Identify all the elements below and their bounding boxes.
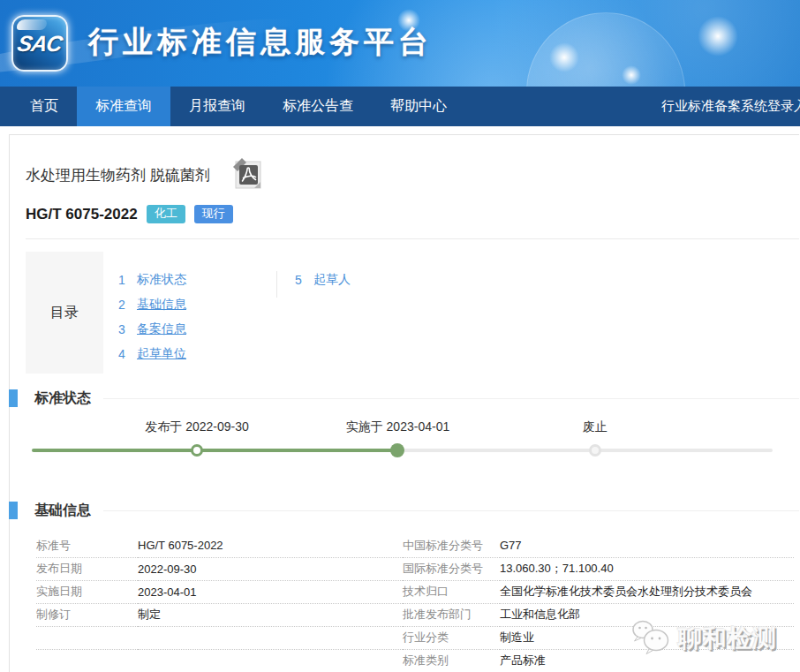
main-nav: 首页 标准查询 月报查询 标准公告查 帮助中心 行业标准备案系统登录入 [0,87,800,126]
nav-item-announcement[interactable]: 标准公告查 [264,87,372,126]
info-label [36,649,138,672]
status-badge: 现行 [194,205,233,223]
standard-code: HG/T 6075-2022 [26,206,138,223]
table-row: 制修订 制定 批准发布部门 工业和信息化部 [36,603,794,626]
sac-logo[interactable]: SAC [11,15,68,72]
info-label: 国际标准分类号 [403,557,500,580]
section-rule [103,398,799,399]
site-title: 行业标准信息服务平台 [88,22,433,63]
table-row: 发布日期 2022-09-30 国际标准分类号 13.060.30；71.100… [36,557,794,580]
info-value: 2023-04-01 [138,580,403,603]
timeline-future-track [397,449,773,452]
nav-item-help-center[interactable]: 帮助中心 [372,87,465,126]
toc-divider [276,271,277,298]
info-label: 实施日期 [36,580,138,603]
info-label: 制修订 [36,603,138,626]
pdf-icon[interactable] [231,158,265,192]
info-value: 全国化学标准化技术委员会水处理剂分技术委员会 [500,580,794,603]
industry-badge: 化工 [147,205,185,223]
info-value: 2022-09-30 [138,557,403,580]
timeline-completed-track [32,449,397,452]
info-label: 行业分类 [403,626,500,649]
content-panel: 水处理用生物药剂 脱硫菌剂 HG/T 6075-2022 化工 现行 目录 [9,134,799,672]
site-header: SAC 行业标准信息服务平台 [0,0,800,87]
timeline-dot-implemented [390,443,404,457]
info-value: 产品标准 [500,649,794,672]
info-value: 制造业 [500,626,794,649]
table-row: 行业分类 制造业 [36,626,794,649]
info-value: 13.060.30；71.100.40 [500,557,794,580]
info-label: 技术归口 [403,580,500,603]
timeline-dot-published [191,444,203,457]
nav-item-home[interactable]: 首页 [11,87,77,126]
sparkle-icon [549,42,579,72]
section-rule [103,510,799,511]
divider [26,238,799,239]
sparkle-icon [698,16,738,57]
section-header-status: 标准状态 [10,389,799,408]
toc-title: 目录 [26,252,103,374]
toc-item-filing-info[interactable]: 3 备案信息 [118,317,276,342]
section-header-basic-info: 基础信息 [10,501,799,520]
status-timeline: 发布于 2022-09-30 实施于 2023-04-01 废止 [32,408,773,486]
nav-item-monthly-report[interactable]: 月报查询 [170,87,264,126]
toc-column-1: 1 标准状态 2 基础信息 3 备案信息 4 起草单位 [118,268,276,374]
toc-item-drafters[interactable]: 5 起草人 [295,268,419,292]
timeline-dot-abolished [589,444,601,457]
info-label: 中国标准分类号 [403,534,500,557]
table-of-contents: 目录 1 标准状态 2 基础信息 3 备案信息 4 起草单位 [26,252,783,374]
info-value: G77 [500,534,794,557]
info-label: 发布日期 [36,557,138,580]
toc-item-basic-info[interactable]: 2 基础信息 [118,292,276,317]
toc-column-2: 5 起草人 [295,268,419,374]
info-value: 工业和信息化部 [500,603,794,626]
toc-item-status[interactable]: 1 标准状态 [118,268,276,292]
timeline-label-abolished: 废止 [583,419,608,435]
info-label [36,626,138,649]
info-value [138,626,403,649]
filing-system-login-link[interactable]: 行业标准备案系统登录入 [661,87,800,126]
table-row: 实施日期 2023-04-01 技术归口 全国化学标准化技术委员会水处理剂分技术… [36,580,794,603]
section-bar [9,389,18,407]
toc-item-drafting-org[interactable]: 4 起草单位 [118,342,276,366]
info-value: HG/T 6075-2022 [138,534,403,557]
document-header: 水处理用生物药剂 脱硫菌剂 HG/T 6075-2022 化工 现行 [10,135,799,223]
info-label: 标准号 [36,534,138,557]
section-title-basic-info: 基础信息 [34,502,91,520]
section-bar [9,502,18,519]
info-value: 制定 [138,603,403,626]
sparkle-icon [622,65,641,85]
timeline-label-implemented: 实施于 2023-04-01 [346,419,450,435]
info-label: 标准类别 [403,649,500,672]
timeline-label-published: 发布于 2022-09-30 [145,419,249,435]
standard-title: 水处理用生物药剂 脱硫菌剂 [26,165,210,185]
table-row: 标准号 HG/T 6075-2022 中国标准分类号 G77 [36,534,794,557]
section-title-status: 标准状态 [34,389,91,408]
info-label: 批准发布部门 [403,603,500,626]
sac-logo-text: SAC [16,31,64,57]
nav-item-standard-search[interactable]: 标准查询 [77,87,170,126]
table-row: 标准类别 产品标准 [36,649,794,672]
basic-info-table: 标准号 HG/T 6075-2022 中国标准分类号 G77 发布日期 2022… [36,534,794,672]
info-value [138,649,403,672]
